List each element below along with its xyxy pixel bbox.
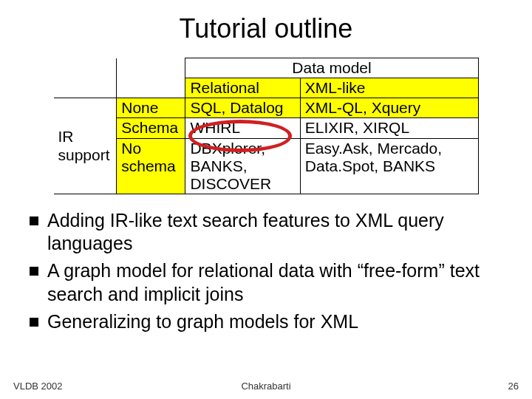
cell-schema-xml: ELIXIR, XIRQL [300,118,478,138]
data-model-header: Data model [185,58,478,78]
cell-none-label: None [117,98,185,118]
list-item: A graph model for relational data with “… [30,259,504,306]
cell-noschema-label: No schema [117,138,185,194]
cell-noschema-xml: Easy.Ask, Mercado, Data.Spot, BANKS [300,138,478,194]
blank-cell [117,58,185,98]
bullet-square-icon [30,267,38,276]
bullet-square-icon [30,318,38,327]
footer-center: Chakrabarti [0,381,532,392]
col-relational: Relational [185,78,300,98]
list-item: Adding IR-like text search features to X… [30,209,504,256]
bullet-list: Adding IR-like text search features to X… [22,209,510,333]
slide: Tutorial outline Data model Relational X… [0,0,532,399]
cell-schema-rel: WHIRL [185,118,300,138]
cell-schema-label: Schema [117,118,185,138]
ir-support-label: IR support [54,98,117,194]
table-row: IR support None SQL, Datalog XML-QL, Xqu… [54,98,479,118]
col-xml-like: XML-like [300,78,478,98]
bullet-text: Adding IR-like text search features to X… [47,209,504,256]
bullet-text: A graph model for relational data with “… [47,259,504,306]
bullet-square-icon [30,216,38,225]
cell-none-rel: SQL, Datalog [185,98,300,118]
table-row: Schema WHIRL ELIXIR, XIRQL [54,118,479,138]
table-row: Data model [54,58,479,78]
cell-noschema-rel: DBXplorer, BANKS, DISCOVER [185,138,300,194]
bullet-text: Generalizing to graph models for XML [47,310,358,333]
blank-cell [54,58,117,98]
table-row: No schema DBXplorer, BANKS, DISCOVER Eas… [54,138,479,194]
cell-none-xml: XML-QL, Xquery [300,98,478,118]
list-item: Generalizing to graph models for XML [30,310,504,333]
outline-table: Data model Relational XML-like IR suppor… [54,58,479,194]
footer-right: 26 [508,381,519,392]
page-title: Tutorial outline [22,13,510,44]
table-container: Data model Relational XML-like IR suppor… [54,58,479,194]
